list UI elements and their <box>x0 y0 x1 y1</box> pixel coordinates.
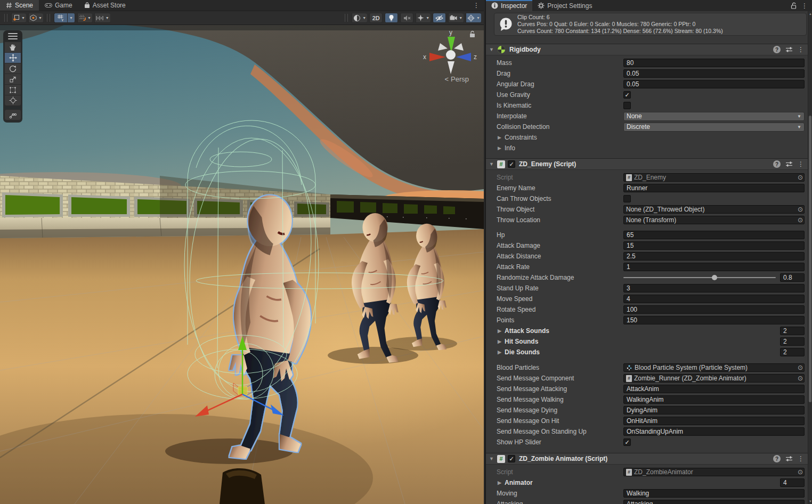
send-message-dying-field[interactable]: DyingAnim <box>623 406 805 414</box>
zd-enemy-header[interactable]: ▼ # ✓ ZD_Enemy (Script) ? ⋮ <box>486 158 808 170</box>
inspector-menu-icon[interactable]: ⋮ <box>801 2 808 10</box>
shading-mode-button[interactable]: ▼ <box>352 13 367 23</box>
attack-distance-field[interactable]: 2.5 <box>623 252 805 261</box>
send-message-component-field[interactable]: #Zombie_Runner (ZD_Zombie Animator)⊙ <box>623 374 805 383</box>
rect-tool-button[interactable] <box>4 84 21 95</box>
2d-mode-button[interactable]: 2D <box>369 13 383 23</box>
foldout-open-icon[interactable]: ▼ <box>489 161 494 167</box>
camera-settings-button[interactable]: ▼ <box>448 13 464 23</box>
constraints-foldout[interactable]: ▶Constraints <box>486 132 808 143</box>
increment-snap-button[interactable]: ▼ <box>94 13 110 23</box>
gizmos-button[interactable]: ▼ <box>466 13 481 23</box>
tool-handle-position-button[interactable]: ▼ <box>11 13 26 23</box>
show-hp-slider-checkbox[interactable]: ✓ <box>623 438 631 446</box>
randomize-attack-damage-slider[interactable] <box>623 273 776 282</box>
stand-up-rate-field[interactable]: 3 <box>623 284 805 292</box>
scene-visibility-button[interactable] <box>433 13 446 23</box>
component-menu-icon[interactable]: ⋮ <box>798 46 804 53</box>
animator-foldout[interactable]: ▶Animator4 <box>486 477 808 488</box>
available-custom-tools-button[interactable] <box>4 109 21 120</box>
tool-handle-rotation-button[interactable]: ▼ <box>28 13 43 23</box>
scrollbar-thumb[interactable] <box>809 116 811 402</box>
can-throw-objects-checkbox[interactable]: ✓ <box>623 195 631 202</box>
help-icon[interactable]: ? <box>773 455 781 462</box>
use-gravity-checkbox[interactable]: ✓ <box>623 91 631 99</box>
zd-zombie-animator-header[interactable]: ▼ # ✓ ZD_Zombie Animator (Script) ? ⋮ <box>486 453 808 465</box>
angular-drag-field[interactable]: 0.05 <box>623 80 805 88</box>
gizmo-lock-icon[interactable] <box>470 31 475 38</box>
hand-tool-button[interactable] <box>4 42 21 53</box>
points-field[interactable]: 150 <box>623 316 805 324</box>
throw-location-field[interactable]: None (Transform)⊙ <box>623 216 805 224</box>
info-foldout[interactable]: ▶Info <box>486 143 808 153</box>
attack-damage-field[interactable]: 15 <box>623 241 805 250</box>
rotate-speed-field[interactable]: 100 <box>623 305 805 314</box>
throw-object-field[interactable]: None (ZD_Throwed Object)⊙ <box>623 205 805 214</box>
interpolate-dropdown[interactable]: None▼ <box>623 112 805 121</box>
object-picker-icon[interactable]: ⊙ <box>798 375 803 381</box>
zd-zombie-animator-enabled-checkbox[interactable]: ✓ <box>508 455 515 462</box>
move-tool-button[interactable] <box>4 52 21 63</box>
help-icon[interactable]: ? <box>773 46 781 53</box>
effects-toggle-button[interactable]: ▼ <box>416 13 431 23</box>
collision-detection-dropdown[interactable]: Discrete▼ <box>623 123 805 132</box>
audio-mute-button[interactable] <box>400 13 413 23</box>
scene-lighting-button[interactable] <box>385 13 398 23</box>
moving-field[interactable]: Walking <box>623 489 805 498</box>
send-message-attacking-field[interactable]: AttackAnim <box>623 385 805 393</box>
tools-menu-icon[interactable] <box>4 32 21 40</box>
drag-field[interactable]: 0.05 <box>623 69 805 78</box>
tab-inspector[interactable]: Inspector <box>486 0 532 11</box>
attacking-field[interactable]: Attacking <box>623 500 805 504</box>
scene-panel-menu-icon[interactable]: ⋮ <box>469 0 484 11</box>
scroll-down-icon[interactable]: ▼ <box>808 500 812 503</box>
send-message-walking-field[interactable]: WalkingAnim <box>623 395 805 404</box>
presets-icon[interactable] <box>785 46 793 53</box>
scene-viewport[interactable]: y x z < Persp <box>0 25 484 504</box>
hit-sounds-size-field[interactable]: 2 <box>780 337 805 346</box>
move-speed-field[interactable]: 4 <box>623 295 805 303</box>
hp-field[interactable]: 65 <box>623 231 805 239</box>
attack-rate-field[interactable]: 1 <box>623 263 805 271</box>
transform-tool-button[interactable] <box>4 95 21 106</box>
object-picker-icon[interactable]: ⊙ <box>798 364 803 371</box>
is-kinematic-checkbox[interactable]: ✓ <box>623 102 631 109</box>
object-picker-icon[interactable]: ⊙ <box>798 206 803 213</box>
script-object-field[interactable]: #ZD_Enemy⊙ <box>623 173 805 182</box>
snap-settings-button[interactable]: ▼ <box>77 13 92 23</box>
foldout-open-icon[interactable]: ▼ <box>489 456 494 461</box>
object-picker-icon[interactable]: ⊙ <box>798 469 803 475</box>
grid-snapping-dropdown[interactable]: ▼ <box>67 13 75 23</box>
tab-project-settings[interactable]: Project Settings <box>532 0 597 11</box>
tab-asset-store[interactable]: Asset Store <box>78 0 132 11</box>
presets-icon[interactable] <box>785 456 793 462</box>
unlock-icon[interactable] <box>791 2 797 9</box>
attack-sounds-size-field[interactable]: 2 <box>780 327 805 335</box>
die-sounds-foldout[interactable]: ▶Die Sounds2 <box>486 347 808 357</box>
toolbar-drag-handle[interactable] <box>345 14 348 22</box>
animator-script-object-field[interactable]: #ZD_ZombieAnimator⊙ <box>623 468 805 476</box>
send-message-on-standing-up-field[interactable]: OnStandingUpAnim <box>623 427 805 436</box>
zd-enemy-enabled-checkbox[interactable]: ✓ <box>508 160 515 168</box>
randomize-attack-damage-field[interactable]: 0.8 <box>780 273 805 282</box>
scroll-up-icon[interactable]: ▲ <box>808 12 812 15</box>
scale-tool-button[interactable] <box>4 74 21 85</box>
help-icon[interactable]: ? <box>773 160 781 168</box>
toolbar-drag-handle[interactable] <box>4 14 7 22</box>
grid-snapping-button[interactable]: Y <box>54 13 67 23</box>
object-picker-icon[interactable]: ⊙ <box>798 217 803 223</box>
perspective-toggle[interactable]: < Persp <box>444 75 469 83</box>
enemy-name-field[interactable]: Runner <box>623 184 805 192</box>
component-menu-icon[interactable]: ⋮ <box>798 160 804 168</box>
slider-thumb[interactable] <box>712 275 717 280</box>
attack-sounds-foldout[interactable]: ▶Attack Sounds2 <box>486 326 808 336</box>
presets-icon[interactable] <box>785 161 793 167</box>
component-menu-icon[interactable]: ⋮ <box>798 455 804 462</box>
hit-sounds-foldout[interactable]: ▶Hit Sounds2 <box>486 336 808 347</box>
send-message-on-hit-field[interactable]: OnHitAnim <box>623 417 805 425</box>
mass-field[interactable]: 80 <box>623 59 805 67</box>
inspector-scroll-area[interactable]: Clip Count: 6 Curves Pos: 0 Quat: 0 Eule… <box>486 11 808 504</box>
foldout-open-icon[interactable]: ▼ <box>489 47 494 52</box>
object-picker-icon[interactable]: ⊙ <box>798 174 803 181</box>
tab-scene[interactable]: Scene <box>0 0 39 11</box>
